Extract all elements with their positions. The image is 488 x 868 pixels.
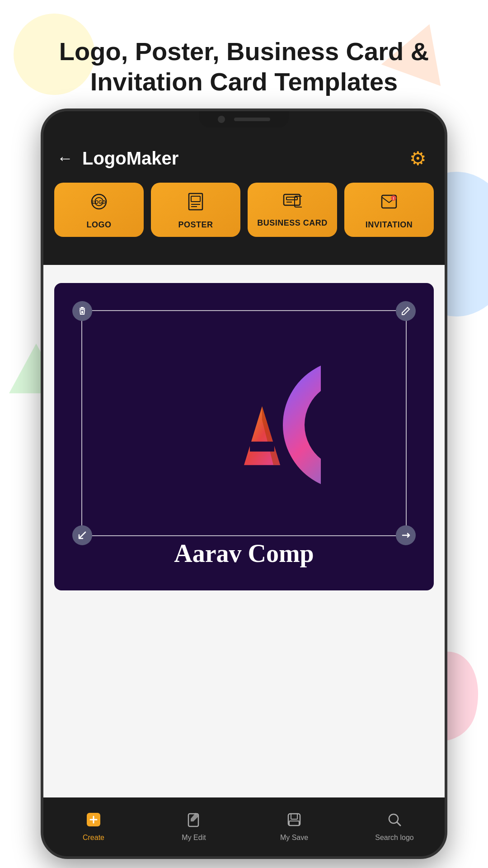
selection-overlay xyxy=(81,310,407,536)
page-title: Logo, Poster, Business Card & Invitation… xyxy=(23,36,465,97)
my-save-label: My Save xyxy=(280,834,308,842)
invitation-label: INVITATION xyxy=(366,220,413,230)
category-buttons: LOGO LOGO POSTER xyxy=(43,178,445,246)
nav-my-save[interactable]: My Save xyxy=(244,807,344,846)
phone-content: Aarav Comp xyxy=(43,265,445,797)
category-logo[interactable]: LOGO LOGO xyxy=(54,183,144,237)
app-title: LogoMaker xyxy=(82,148,409,169)
search-logo-label: Search logo xyxy=(375,834,413,842)
poster-icon xyxy=(187,193,204,215)
back-button[interactable]: ← xyxy=(57,149,73,168)
handle-resize-br[interactable] xyxy=(396,525,416,545)
create-icon xyxy=(86,812,101,831)
phone-top-bar: ← LogoMaker ⚙ LOGO LOGO xyxy=(43,111,445,265)
bottom-nav-bar: Create My Edit My Save xyxy=(43,797,445,856)
settings-icon[interactable]: ⚙ xyxy=(409,147,431,169)
invitation-icon: ! xyxy=(380,193,398,215)
logo-label: LOGO xyxy=(87,220,112,230)
svg-text:!: ! xyxy=(393,196,394,201)
logo-canvas[interactable]: Aarav Comp xyxy=(54,283,434,590)
handle-edit[interactable] xyxy=(396,301,416,321)
my-edit-icon xyxy=(186,812,202,831)
svg-rect-19 xyxy=(289,821,299,826)
my-save-icon xyxy=(286,812,302,831)
handle-resize-bl[interactable] xyxy=(72,525,92,545)
phone-nav: ← LogoMaker ⚙ xyxy=(43,138,445,178)
create-label: Create xyxy=(83,834,104,842)
nav-search-logo[interactable]: Search logo xyxy=(344,807,445,846)
svg-text:LOGO: LOGO xyxy=(92,200,106,205)
camera xyxy=(218,116,225,123)
category-poster[interactable]: POSTER xyxy=(151,183,240,237)
nav-create[interactable]: Create xyxy=(43,807,144,846)
category-invitation[interactable]: ! INVITATION xyxy=(344,183,434,237)
business-card-icon xyxy=(283,193,302,213)
svg-rect-8 xyxy=(286,197,297,200)
page-header: Logo, Poster, Business Card & Invitation… xyxy=(23,36,465,97)
poster-label: POSTER xyxy=(178,220,213,230)
category-business-card[interactable]: BUSINESS CARD xyxy=(248,183,337,237)
logo-icon: LOGO xyxy=(90,193,108,215)
nav-my-edit[interactable]: My Edit xyxy=(144,807,244,846)
speaker xyxy=(234,118,270,121)
search-logo-icon xyxy=(387,812,402,831)
svg-rect-18 xyxy=(291,814,297,819)
svg-rect-4 xyxy=(191,196,200,202)
business-card-label: BUSINESS CARD xyxy=(257,218,328,228)
phone-frame: ← LogoMaker ⚙ LOGO LOGO xyxy=(41,108,447,859)
company-name: Aarav Comp xyxy=(54,539,434,568)
phone-notch xyxy=(199,111,289,127)
my-edit-label: My Edit xyxy=(182,834,206,842)
handle-delete[interactable] xyxy=(72,301,92,321)
